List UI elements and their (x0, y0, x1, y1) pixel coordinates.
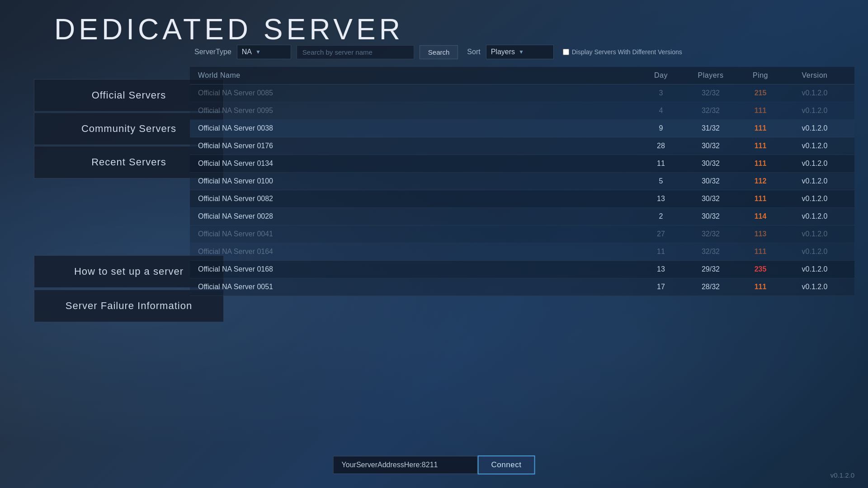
cell-server-name: Official NA Server 0164 (198, 248, 638, 256)
cell-version: v0.1.2.0 (783, 230, 846, 238)
cell-version: v0.1.2.0 (783, 248, 846, 256)
server-type-dropdown[interactable]: NA ▼ (237, 45, 291, 59)
cell-server-name: Official NA Server 0028 (198, 212, 638, 221)
cell-day: 2 (638, 212, 684, 221)
table-row[interactable]: Official NA Server 01641132/32111v0.1.2.… (190, 243, 854, 261)
sort-value: Players (491, 48, 515, 56)
cell-version: v0.1.2.0 (783, 177, 846, 185)
cell-server-name: Official NA Server 0176 (198, 142, 638, 150)
cell-players: 32/32 (684, 89, 738, 97)
table-row[interactable]: Official NA Server 0100530/32112v0.1.2.0 (190, 173, 854, 190)
display-different-versions-label[interactable]: Display Servers With Different Versions (563, 48, 682, 56)
server-type-value: NA (242, 48, 252, 56)
table-row[interactable]: Official NA Server 00511728/32111v0.1.2.… (190, 278, 854, 296)
cell-day: 28 (638, 142, 684, 150)
connect-address-input[interactable] (333, 456, 478, 474)
table-row[interactable]: Official NA Server 0038931/32111v0.1.2.0 (190, 120, 854, 137)
cell-ping: 111 (738, 142, 783, 150)
cell-server-name: Official NA Server 0134 (198, 160, 638, 168)
cell-version: v0.1.2.0 (783, 107, 846, 115)
cell-server-name: Official NA Server 0168 (198, 265, 638, 273)
cell-players: 32/32 (684, 230, 738, 238)
table-row[interactable]: Official NA Server 01762830/32111v0.1.2.… (190, 137, 854, 155)
search-button[interactable]: Search (420, 45, 458, 59)
cell-players: 28/32 (684, 283, 738, 291)
col-ping: Ping (738, 71, 783, 80)
col-players: Players (684, 71, 738, 80)
cell-day: 11 (638, 160, 684, 168)
cell-ping: 235 (738, 265, 783, 273)
cell-ping: 111 (738, 283, 783, 291)
server-type-label: ServerType (194, 48, 231, 56)
display-different-versions-checkbox[interactable] (563, 49, 569, 55)
chevron-down-icon: ▼ (255, 49, 261, 55)
cell-day: 13 (638, 265, 684, 273)
server-table-scroll[interactable]: Official NA Server 0085332/32215v0.1.2.0… (190, 84, 854, 296)
cell-players: 32/32 (684, 107, 738, 115)
cell-ping: 111 (738, 160, 783, 168)
table-row[interactable]: Official NA Server 01681329/32235v0.1.2.… (190, 261, 854, 278)
cell-players: 30/32 (684, 142, 738, 150)
cell-version: v0.1.2.0 (783, 89, 846, 97)
cell-players: 30/32 (684, 160, 738, 168)
cell-ping: 111 (738, 195, 783, 203)
table-row[interactable]: Official NA Server 01341130/32111v0.1.2.… (190, 155, 854, 173)
version-label-bottom: v0.1.2.0 (830, 471, 854, 479)
table-row[interactable]: Official NA Server 00412732/32113v0.1.2.… (190, 225, 854, 243)
cell-version: v0.1.2.0 (783, 265, 846, 273)
table-wrapper: Official NA Server 0085332/32215v0.1.2.0… (190, 84, 854, 296)
col-version: Version (783, 71, 846, 80)
cell-ping: 215 (738, 89, 783, 97)
cell-day: 13 (638, 195, 684, 203)
main-content: DEDICATED SERVER Official ServersCommuni… (0, 0, 868, 488)
cell-server-name: Official NA Server 0095 (198, 107, 638, 115)
table-row[interactable]: Official NA Server 0028230/32114v0.1.2.0 (190, 208, 854, 225)
cell-version: v0.1.2.0 (783, 212, 846, 221)
cell-server-name: Official NA Server 0038 (198, 124, 638, 132)
cell-day: 4 (638, 107, 684, 115)
cell-version: v0.1.2.0 (783, 142, 846, 150)
cell-ping: 112 (738, 177, 783, 185)
table-row[interactable]: Official NA Server 0095432/32111v0.1.2.0 (190, 102, 854, 120)
cell-players: 30/32 (684, 177, 738, 185)
cell-players: 30/32 (684, 212, 738, 221)
cell-ping: 111 (738, 248, 783, 256)
cell-server-name: Official NA Server 0085 (198, 89, 638, 97)
cell-players: 32/32 (684, 248, 738, 256)
sort-dropdown[interactable]: Players ▼ (486, 45, 554, 59)
cell-ping: 113 (738, 230, 783, 238)
cell-version: v0.1.2.0 (783, 195, 846, 203)
server-panel: ServerType NA ▼ Search Sort Players ▼ Di… (190, 41, 854, 452)
cell-day: 3 (638, 89, 684, 97)
connect-bar: Connect (333, 455, 535, 474)
cell-server-name: Official NA Server 0100 (198, 177, 638, 185)
cell-version: v0.1.2.0 (783, 124, 846, 132)
cell-ping: 111 (738, 107, 783, 115)
cell-server-name: Official NA Server 0041 (198, 230, 638, 238)
cell-day: 27 (638, 230, 684, 238)
cell-players: 29/32 (684, 265, 738, 273)
col-world-name: World Name (198, 71, 638, 80)
sort-label: Sort (467, 48, 480, 56)
table-header: World Name Day Players Ping Version (190, 67, 854, 84)
table-row[interactable]: Official NA Server 0085332/32215v0.1.2.0 (190, 84, 854, 102)
sort-chevron-icon: ▼ (519, 49, 524, 55)
cell-day: 11 (638, 248, 684, 256)
cell-players: 31/32 (684, 124, 738, 132)
search-input[interactable] (297, 45, 414, 59)
cell-version: v0.1.2.0 (783, 160, 846, 168)
cell-ping: 111 (738, 124, 783, 132)
cell-day: 5 (638, 177, 684, 185)
cell-server-name: Official NA Server 0051 (198, 283, 638, 291)
cell-day: 9 (638, 124, 684, 132)
col-day: Day (638, 71, 684, 80)
cell-server-name: Official NA Server 0082 (198, 195, 638, 203)
cell-ping: 114 (738, 212, 783, 221)
cell-version: v0.1.2.0 (783, 283, 846, 291)
table-row[interactable]: Official NA Server 00821330/32111v0.1.2.… (190, 190, 854, 208)
cell-day: 17 (638, 283, 684, 291)
cell-players: 30/32 (684, 195, 738, 203)
connect-button[interactable]: Connect (478, 455, 535, 474)
filter-bar: ServerType NA ▼ Search Sort Players ▼ Di… (190, 41, 854, 63)
